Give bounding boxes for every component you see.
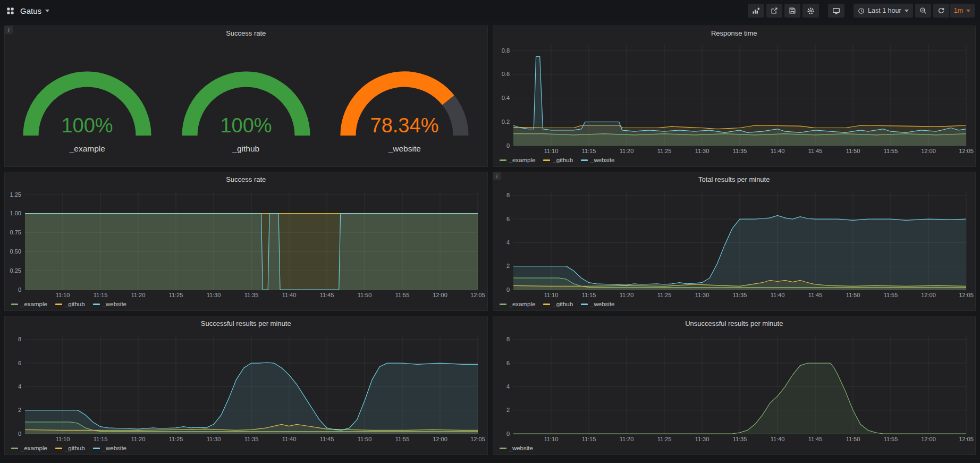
chart-area[interactable]: 0246811:1011:1511:2011:2511:3011:3511:40… [493,186,976,300]
caret-down-icon [45,10,49,12]
add-panel-button[interactable] [748,4,764,18]
panel-title-unsuccessful-results-per-minute[interactable]: Unsuccessful results per minute [493,316,976,330]
grid-lines [513,335,966,434]
share-icon [771,7,778,14]
x-axis-labels: 11:1011:1511:2011:2511:3011:3511:4011:45… [56,292,485,298]
panel-title-response-time[interactable]: Response time [493,26,976,40]
legend-swatch [93,448,100,449]
svg-text:6: 6 [506,216,509,222]
x-axis-labels: 11:1011:1511:2011:2511:3011:3511:4011:45… [544,436,973,442]
svg-text:11:30: 11:30 [207,292,221,298]
settings-button[interactable] [802,4,819,18]
monitor-icon [832,7,840,15]
svg-text:11:40: 11:40 [770,292,784,298]
cycle-view-button[interactable] [828,4,844,18]
svg-text:0: 0 [18,431,21,437]
gauge-label: _example [70,144,105,154]
legend-item-_github[interactable]: _github [55,301,85,307]
svg-text:11:15: 11:15 [581,292,596,298]
chart-area[interactable]: 00.250.500.751.001.2511:1011:1511:2011:2… [5,186,487,300]
legend-swatch [500,448,506,449]
svg-text:11:25: 11:25 [657,148,671,154]
svg-text:11:10: 11:10 [56,436,70,442]
chart-canvas[interactable]: 00.250.500.751.001.2511:1011:1511:2011:2… [5,186,487,300]
panel-title-successful-results-per-minute[interactable]: Successful results per minute [5,316,487,330]
svg-text:0: 0 [18,287,21,293]
apps-grid-button[interactable] [5,4,15,18]
panel-title-total-results-per-minute[interactable]: Total results per minute [493,172,976,186]
svg-text:11:10: 11:10 [544,436,558,442]
panel-info-icon[interactable]: i [5,26,13,34]
navbar-left: Gatus [5,4,49,18]
legend-swatch [581,159,588,161]
zoom-out-button[interactable] [915,4,931,18]
panel-info-icon[interactable]: i [493,172,501,180]
panel-title-success-rate-gauges[interactable]: Success rate [5,26,487,40]
svg-text:11:40: 11:40 [282,436,297,442]
svg-text:11:45: 11:45 [808,436,822,442]
svg-text:11:20: 11:20 [619,148,633,154]
refresh-interval-button[interactable]: 1m [950,4,975,18]
gear-icon [807,7,815,15]
chart-canvas[interactable]: 00.20.40.60.811:1011:1511:2011:2511:3011… [493,40,976,156]
legend-label: _example [509,157,536,163]
add-panel-icon [752,7,760,15]
legend: _website [493,444,976,454]
legend-item-_example[interactable]: _example [11,445,47,451]
svg-text:11:30: 11:30 [207,436,221,442]
share-button[interactable] [766,4,782,18]
chart-canvas[interactable]: 0246811:1011:1511:2011:2511:3011:3511:40… [5,330,487,444]
panel-total-results-per-minute: iTotal results per minute0246811:1011:15… [493,172,976,311]
apps-grid-icon [6,7,14,15]
svg-text:12:05: 12:05 [959,292,974,298]
legend-item-_example[interactable]: _example [500,157,536,163]
svg-text:11:50: 11:50 [358,436,372,442]
chart-canvas[interactable]: 0246811:1011:1511:2011:2511:3011:3511:40… [493,330,976,444]
y-axis-labels: 02468 [506,192,509,292]
svg-text:8: 8 [506,336,509,342]
legend-item-_example[interactable]: _example [500,301,536,307]
svg-text:11:50: 11:50 [846,292,860,298]
legend-swatch [11,304,18,305]
panel-success-rate-gauges: iSuccess rate100%_example100%_github78.3… [4,26,488,167]
panel-title-success-rate-history[interactable]: Success rate [5,172,487,186]
svg-text:11:35: 11:35 [244,436,259,442]
navbar-right: Last 1 hour 1m [748,4,975,18]
legend-item-_website[interactable]: _website [581,157,614,163]
legend-swatch [543,304,550,305]
chart-area[interactable]: 0246811:1011:1511:2011:2511:3011:3511:40… [5,330,487,444]
x-axis-labels: 11:1011:1511:2011:2511:3011:3511:4011:45… [56,436,485,442]
svg-text:11:55: 11:55 [883,148,898,154]
gauge-_example: 100%_example [8,49,167,154]
dashboard-grid: iSuccess rate100%_example100%_github78.3… [0,21,980,459]
legend-item-_github[interactable]: _github [55,445,85,451]
svg-text:11:10: 11:10 [56,292,70,298]
dashboard-title-dropdown[interactable]: Gatus [20,6,49,15]
svg-text:11:35: 11:35 [732,148,747,154]
svg-text:11:35: 11:35 [244,292,259,298]
legend-item-_github[interactable]: _github [543,157,573,163]
legend-item-_github[interactable]: _github [543,301,573,307]
chart-area[interactable]: 00.20.40.60.811:1011:1511:2011:2511:3011… [493,40,976,156]
legend-item-_website[interactable]: _website [93,445,126,451]
legend-label: _website [509,445,533,451]
legend-item-_website[interactable]: _website [500,445,533,451]
legend-item-_website[interactable]: _website [581,301,614,307]
legend-item-_website[interactable]: _website [93,301,126,307]
dashboard-title: Gatus [20,6,41,15]
svg-text:11:35: 11:35 [732,436,747,442]
svg-text:4: 4 [506,383,509,390]
save-button[interactable] [784,4,800,18]
svg-text:12:00: 12:00 [921,292,936,298]
legend-item-_example[interactable]: _example [11,301,47,307]
time-range-button[interactable]: Last 1 hour [854,4,913,18]
svg-text:11:35: 11:35 [732,292,747,298]
refresh-button[interactable] [933,4,950,18]
svg-text:4: 4 [18,383,21,390]
chart-area[interactable]: 0246811:1011:1511:2011:2511:3011:3511:40… [493,330,976,444]
svg-text:11:20: 11:20 [619,292,633,298]
y-axis-labels: 00.250.500.751.001.25 [10,191,21,293]
svg-text:1.25: 1.25 [10,191,21,198]
chart-canvas[interactable]: 0246811:1011:1511:2011:2511:3011:3511:40… [493,186,976,300]
refresh-picker: 1m [933,4,975,18]
